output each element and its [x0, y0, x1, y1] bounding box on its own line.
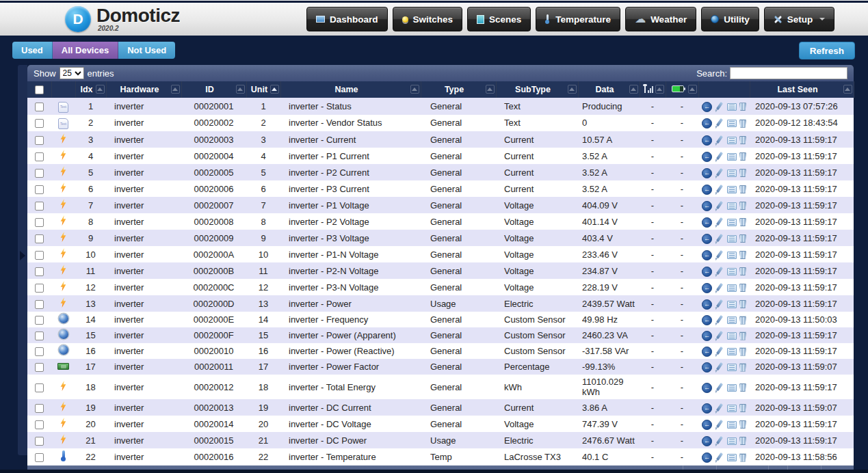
log-button[interactable] — [702, 102, 712, 112]
log-button[interactable] — [702, 315, 712, 325]
log-button[interactable] — [702, 250, 712, 260]
table-row[interactable]: 10 inverter 0002000A 10 inverter - P1-N … — [27, 246, 854, 262]
row-checkbox[interactable] — [35, 332, 44, 340]
log-button[interactable] — [702, 436, 712, 446]
table-row[interactable]: 18 inverter 00020012 18 inverter - Total… — [27, 375, 854, 399]
edit-button[interactable] — [715, 362, 724, 373]
table-row[interactable]: Text 2 inverter 00020002 2 inverter - Ve… — [27, 115, 854, 132]
edit-button[interactable] — [715, 331, 724, 341]
edit-button[interactable] — [715, 250, 724, 260]
edit-button[interactable] — [715, 217, 724, 228]
edit-button[interactable] — [715, 403, 724, 414]
table-row[interactable]: 22 inverter 00020016 22 inverter - Tempe… — [27, 448, 854, 465]
sort-caret-active[interactable] — [270, 85, 279, 94]
brand[interactable]: D Domoticz 2020.2 — [65, 6, 180, 32]
notifications-button[interactable] — [727, 153, 737, 161]
row-checkbox[interactable] — [35, 347, 44, 356]
row-checkbox[interactable] — [35, 202, 44, 211]
nav-button-setup[interactable]: Setup — [764, 7, 835, 31]
delete-button[interactable] — [739, 300, 746, 308]
row-checkbox[interactable] — [35, 251, 44, 260]
delete-button[interactable] — [739, 348, 746, 356]
notifications-button[interactable] — [727, 454, 737, 461]
log-button[interactable] — [702, 185, 712, 195]
edit-button[interactable] — [715, 102, 724, 112]
edit-button[interactable] — [715, 168, 724, 178]
edit-button[interactable] — [715, 234, 724, 244]
edit-button[interactable] — [715, 299, 724, 310]
row-checkbox[interactable] — [35, 453, 44, 462]
edit-button[interactable] — [715, 383, 724, 393]
notifications-button[interactable] — [727, 348, 737, 355]
log-button[interactable] — [702, 267, 712, 277]
delete-button[interactable] — [739, 454, 746, 462]
notifications-button[interactable] — [727, 170, 737, 177]
sort-caret[interactable] — [843, 85, 852, 94]
column-header-idx[interactable]: Idx — [75, 81, 106, 98]
log-button[interactable] — [702, 283, 712, 293]
notifications-button[interactable] — [727, 235, 737, 243]
edit-button[interactable] — [715, 315, 724, 325]
log-button[interactable] — [702, 217, 712, 228]
row-checkbox[interactable] — [35, 103, 44, 111]
column-header-last-seen[interactable]: Last Seen — [750, 81, 854, 98]
column-header-hardware[interactable]: Hardware — [106, 81, 181, 98]
row-checkbox[interactable] — [35, 420, 44, 429]
notifications-button[interactable] — [727, 405, 737, 412]
nav-button-dashboard[interactable]: Dashboard — [306, 7, 388, 31]
sort-caret[interactable] — [568, 85, 577, 94]
table-row[interactable]: 20 inverter 00020014 20 inverter - DC Vo… — [27, 416, 854, 432]
column-header-signal[interactable] — [640, 81, 666, 98]
notifications-button[interactable] — [727, 120, 737, 127]
delete-button[interactable] — [739, 185, 746, 193]
row-checkbox[interactable] — [35, 152, 44, 161]
table-row[interactable]: 4 inverter 00020004 4 inverter - P1 Curr… — [27, 148, 854, 164]
sort-caret[interactable] — [171, 85, 180, 94]
log-button[interactable] — [702, 420, 712, 430]
sort-caret[interactable] — [410, 85, 419, 94]
delete-button[interactable] — [739, 316, 746, 325]
notifications-button[interactable] — [727, 284, 737, 292]
notifications-button[interactable] — [727, 301, 737, 308]
row-checkbox[interactable] — [35, 316, 44, 325]
delete-button[interactable] — [739, 437, 746, 445]
row-checkbox[interactable] — [35, 284, 44, 293]
log-button[interactable] — [702, 118, 712, 129]
delete-button[interactable] — [739, 284, 746, 292]
table-row[interactable]: 17 inverter 00020011 17 inverter - Power… — [27, 359, 854, 375]
log-button[interactable] — [702, 362, 712, 373]
filter-tab-used[interactable]: Used — [12, 42, 53, 59]
nav-button-weather[interactable]: ☁ Weather — [625, 7, 696, 31]
delete-button[interactable] — [739, 251, 746, 259]
column-header-type[interactable]: Type — [421, 81, 496, 98]
sort-caret[interactable] — [96, 85, 105, 94]
log-button[interactable] — [702, 135, 712, 146]
edit-button[interactable] — [715, 185, 724, 195]
refresh-button[interactable]: Refresh — [799, 42, 855, 59]
column-header-subtype[interactable]: SubType — [496, 81, 578, 98]
sort-caret[interactable] — [486, 85, 495, 94]
sort-caret[interactable] — [655, 85, 664, 94]
notifications-button[interactable] — [727, 384, 737, 392]
column-header-data[interactable]: Data — [578, 81, 640, 98]
row-checkbox[interactable] — [35, 267, 44, 276]
notifications-button[interactable] — [727, 332, 737, 340]
log-button[interactable] — [702, 299, 712, 310]
row-checkbox[interactable] — [35, 185, 44, 194]
search-input[interactable] — [730, 67, 847, 79]
notifications-button[interactable] — [727, 202, 737, 210]
row-checkbox[interactable] — [35, 363, 44, 372]
edit-button[interactable] — [715, 201, 724, 211]
row-checkbox[interactable] — [35, 383, 44, 392]
table-row[interactable]: 9 inverter 00020009 9 inverter - P3 Volt… — [27, 230, 854, 246]
delete-button[interactable] — [739, 218, 746, 226]
sort-caret[interactable] — [236, 85, 245, 94]
sort-caret[interactable] — [688, 85, 697, 94]
log-button[interactable] — [702, 452, 712, 463]
notifications-button[interactable] — [727, 252, 737, 259]
delete-button[interactable] — [739, 136, 746, 144]
edit-button[interactable] — [715, 452, 724, 463]
log-button[interactable] — [702, 234, 712, 244]
row-checkbox[interactable] — [35, 404, 44, 413]
row-checkbox[interactable] — [35, 234, 44, 243]
